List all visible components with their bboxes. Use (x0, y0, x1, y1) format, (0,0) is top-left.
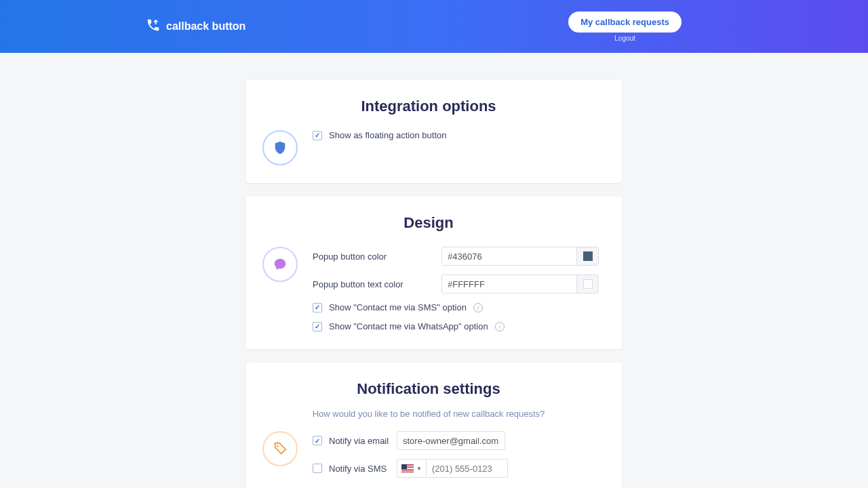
app-header: callback button My callback requests Log… (0, 0, 868, 53)
design-title: Design (262, 214, 595, 232)
main-content: Integration options Show as floating act… (0, 53, 868, 488)
design-card: Design Popup button color Popup button t… (246, 197, 622, 349)
header-actions: My callback requests Logout (568, 12, 682, 42)
notify-sms-label: Notify via SMS (329, 464, 390, 474)
notify-email-label: Notify via email (329, 436, 390, 446)
chevron-down-icon: ▼ (416, 466, 422, 472)
country-flag-selector[interactable]: ▼ (397, 459, 427, 478)
tag-icon (262, 431, 298, 466)
notify-email-input[interactable] (397, 431, 505, 450)
btn-color-input[interactable] (442, 247, 576, 265)
brand-name: callback button (166, 20, 245, 33)
fab-checkbox-row: Show as floating action button (313, 130, 595, 140)
notify-sms-checkbox[interactable] (313, 464, 322, 473)
text-color-input[interactable] (442, 275, 576, 293)
notify-email-checkbox[interactable] (313, 436, 322, 445)
info-icon[interactable]: i (473, 303, 483, 312)
shield-icon (262, 130, 298, 165)
sms-option-checkbox[interactable] (313, 303, 322, 312)
chat-icon (262, 247, 298, 282)
notify-sms-input[interactable] (427, 459, 508, 478)
btn-color-swatch-button[interactable] (576, 247, 598, 265)
text-color-input-group (441, 274, 599, 293)
my-callback-requests-button[interactable]: My callback requests (568, 12, 682, 33)
text-color-label: Popup button text color (313, 279, 435, 289)
btn-color-label: Popup button color (313, 251, 435, 262)
whatsapp-option-label: Show "Contact me via WhatsApp" option (329, 321, 488, 331)
notifications-title: Notification settings (262, 380, 595, 398)
info-icon[interactable]: i (495, 322, 505, 331)
us-flag-icon (401, 464, 414, 472)
whatsapp-option-checkbox[interactable] (313, 322, 322, 331)
btn-color-input-group (441, 247, 599, 266)
notifications-card: Notification settings How would you like… (246, 363, 622, 488)
logout-link[interactable]: Logout (614, 35, 635, 42)
integration-title: Integration options (262, 98, 595, 115)
integration-card: Integration options Show as floating act… (246, 80, 622, 183)
fab-checkbox[interactable] (313, 131, 322, 140)
fab-label: Show as floating action button (329, 130, 446, 140)
text-color-swatch-button[interactable] (576, 275, 598, 293)
phone-callback-icon (146, 18, 161, 35)
svg-point-0 (277, 445, 279, 447)
notifications-subtitle: How would you like to be notified of new… (262, 409, 595, 419)
sms-option-label: Show "Contact me via SMS" option (329, 302, 467, 312)
brand-logo: callback button (146, 18, 245, 35)
